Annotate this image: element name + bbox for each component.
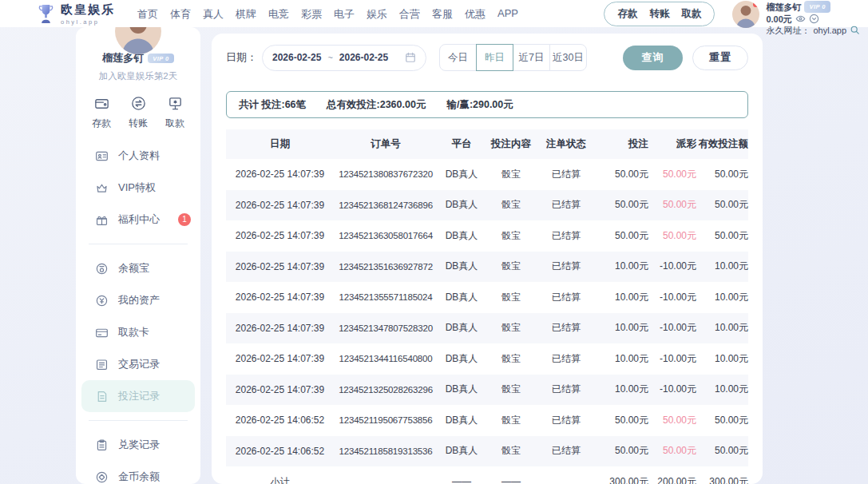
subtotal-row: 小计————300.00元200.00元300.00元 [226, 466, 748, 484]
notification-badge: 1 [178, 213, 191, 226]
range-last-7-days-button[interactable]: 近7日 [513, 44, 550, 71]
quick-action-transfer[interactable]: 转账 [129, 95, 148, 130]
wallet-transfer-button[interactable]: 转账 [649, 7, 669, 21]
balance-amount: 0.00元 [766, 14, 791, 24]
user-avatar[interactable] [732, 1, 759, 28]
nav-item-entertainment[interactable]: 娱乐 [367, 7, 387, 22]
cell-bet-content: 骰宝 [486, 313, 537, 344]
sidebar-item-bet-records[interactable]: 投注记录 [81, 380, 195, 412]
quick-action-deposit[interactable]: 存款 [92, 95, 111, 130]
col-platform: 平台 [438, 129, 486, 159]
cell-bet-content: 骰宝 [486, 220, 537, 252]
nav-item-live-casino[interactable]: 真人 [203, 7, 224, 22]
cell-bet: 10.00元 [596, 343, 648, 375]
nav-item-support[interactable]: 客服 [432, 7, 453, 22]
range-today-button[interactable]: 今日 [439, 44, 477, 71]
nav-item-lottery[interactable]: 彩票 [301, 7, 322, 22]
cell-bet: 10.00元 [596, 252, 648, 283]
subtotal-status [537, 466, 596, 484]
menu-divider [89, 420, 188, 421]
cell-payout: -10.00元 [648, 282, 696, 313]
wallet-deposit-button[interactable]: 存款 [617, 7, 637, 21]
cell-bet: 10.00元 [596, 313, 648, 344]
trophy-logo-icon [37, 3, 55, 25]
col-bet-content: 投注内容 [486, 129, 537, 159]
sidebar: 榴莲多钉 VIP 0 加入欧皇娱乐第2天 存款转账取款 个人资料VIP特权福利中… [76, 27, 200, 484]
cell-bet: 50.00元 [596, 220, 648, 252]
sidebar-item-coin-balance[interactable]: 金币余额 [76, 461, 200, 484]
cell-bet: 50.00元 [596, 159, 648, 190]
eye-icon[interactable] [795, 14, 806, 24]
cell-bet: 10.00元 [596, 375, 648, 406]
summary-win-loss: 输/赢:290.00元 [446, 98, 513, 112]
sidebar-item-label: 余额宝 [118, 261, 149, 276]
table-row: 2026-02-25 14:06:521234521195067753856DB… [226, 405, 748, 436]
summary-total-bets: 共计 投注:66笔 [239, 98, 306, 112]
col-bet: 投注 [596, 129, 648, 159]
summary-valid-bets: 总有效投注:2360.00元 [327, 98, 426, 112]
cell-bet-content: 骰宝 [486, 375, 537, 406]
cell-order-no: 1234521380837672320 [334, 159, 438, 190]
sidebar-item-yuebao[interactable]: 余额宝 [76, 252, 200, 284]
cell-platform: DB真人 [438, 190, 486, 221]
sidebar-item-welfare-center[interactable]: 福利中心1 [76, 204, 200, 236]
cell-date: 2026-02-25 14:07:39 [226, 282, 334, 313]
sidebar-item-vip-privileges[interactable]: VIP特权 [76, 172, 200, 204]
date-range-input[interactable]: 2026-02-25 ~ 2026-02-25 [262, 45, 426, 71]
transfer-icon [130, 95, 147, 112]
range-yesterday-button[interactable]: 昨日 [476, 44, 513, 71]
vip-badge: VIP 0 [804, 1, 830, 13]
table-row: 2026-02-25 14:07:391234521380837672320DB… [226, 159, 748, 190]
cell-bet-content: 骰宝 [486, 252, 537, 283]
bet-records-table: 日期订单号平台投注内容注单状态投注派彩有效投注额2026-02-25 14:07… [226, 129, 748, 484]
nav-item-home[interactable]: 首页 [137, 7, 158, 22]
nav-item-app[interactable]: APP [497, 7, 518, 22]
col-order-no: 订单号 [334, 129, 438, 159]
refresh-balance-icon[interactable] [809, 14, 819, 24]
quick-action-label: 存款 [92, 117, 111, 130]
notification-dot [753, 2, 759, 7]
cell-payout: 50.00元 [648, 159, 696, 190]
nav-item-slots[interactable]: 电子 [334, 7, 355, 22]
summary-bar: 共计 投注:66笔 总有效投注:2360.00元 输/赢:290.00元 [226, 91, 748, 118]
assets-icon [95, 294, 109, 307]
range-last-30-days-button[interactable]: 近30日 [549, 44, 587, 71]
query-button[interactable]: 查询 [623, 46, 683, 70]
cell-date: 2026-02-25 14:06:52 [226, 405, 334, 436]
cell-bet-content: 骰宝 [486, 282, 537, 313]
bank-card-icon [95, 326, 109, 339]
quick-action-withdraw[interactable]: 取款 [165, 95, 184, 130]
sidebar-item-redeem-records[interactable]: 兑奖记录 [76, 429, 200, 461]
withdraw-icon [167, 95, 184, 112]
sidebar-item-label: 投注记录 [118, 389, 160, 403]
sidebar-item-withdraw-card[interactable]: 取款卡 [76, 316, 200, 348]
sidebar-item-label: 福利中心 [118, 212, 160, 227]
wallet-actions-pill: 存款转账取款 [604, 2, 715, 26]
table-row: 2026-02-25 14:07:391234521351636927872DB… [226, 252, 748, 283]
nav-item-sports[interactable]: 体育 [170, 7, 191, 22]
cell-order-no: 1234521344116540800 [334, 343, 438, 375]
nav-item-partnership[interactable]: 合营 [399, 7, 420, 22]
cell-payout: -10.00元 [648, 313, 696, 344]
sidebar-item-label: 交易记录 [118, 357, 160, 371]
sidebar-item-profile[interactable]: 个人资料 [76, 140, 200, 172]
site-url-label: 永久网址： [766, 26, 810, 35]
wallet-withdraw-button[interactable]: 取款 [681, 7, 701, 21]
cell-date: 2026-02-25 14:07:39 [226, 220, 334, 252]
cell-order-no: 1234521368124736896 [334, 190, 438, 221]
cell-order-no: 1234521347807528320 [334, 313, 438, 344]
cell-status: 已结算 [537, 405, 596, 436]
sidebar-menu: 个人资料VIP特权福利中心1余额宝我的资产取款卡交易记录投注记录兑奖记录金币余额… [76, 140, 200, 484]
nav-item-esports[interactable]: 电竞 [268, 7, 289, 22]
sidebar-item-transaction-records[interactable]: 交易记录 [76, 348, 200, 380]
search-icon[interactable] [850, 25, 860, 35]
cell-bet-content: 骰宝 [486, 190, 537, 221]
nav-item-card-games[interactable]: 棋牌 [236, 7, 256, 22]
cell-valid-bet: 50.00元 [696, 159, 748, 190]
nav-item-promotions[interactable]: 优惠 [465, 7, 486, 22]
crown-icon [95, 181, 109, 195]
site-logo[interactable]: 欧皇娱乐 ohyl.app [37, 2, 115, 26]
reset-button[interactable]: 重置 [692, 46, 748, 70]
sidebar-item-my-assets[interactable]: 我的资产 [76, 284, 200, 316]
cell-status: 已结算 [537, 282, 596, 313]
